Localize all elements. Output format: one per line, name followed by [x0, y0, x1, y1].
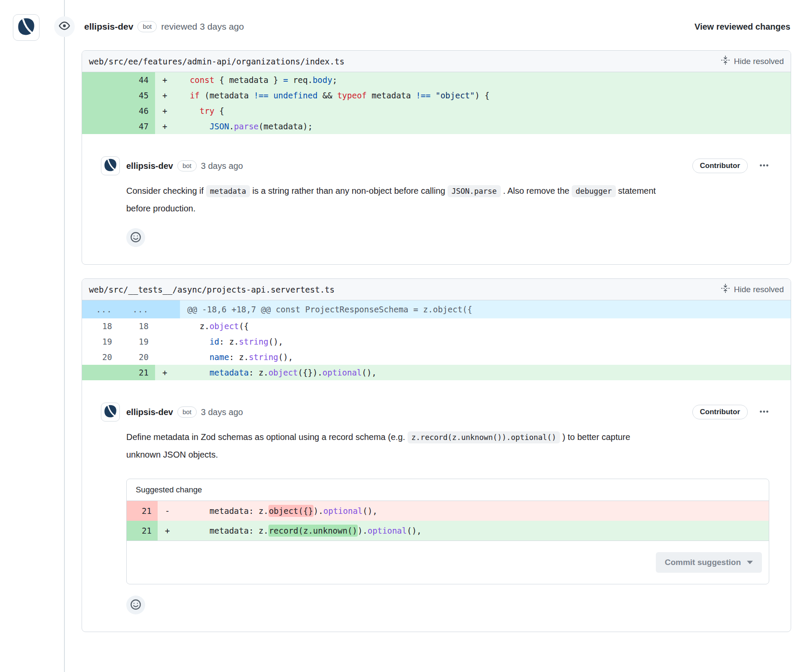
- code-token: parse: [234, 122, 259, 131]
- comment-header: ellipsis-dev bot 3 days ago Contributor: [101, 156, 769, 175]
- comment-header: ellipsis-dev bot 3 days ago Contributor: [101, 403, 769, 422]
- new-line-number: 45: [119, 88, 155, 103]
- hide-resolved-label: Hide resolved: [734, 57, 784, 66]
- suggestion-added-row: 21 + metadata: z.record(z.unknown()).opt…: [127, 521, 769, 541]
- code-token: object: [210, 321, 239, 331]
- code-token: {: [214, 106, 224, 116]
- code-token: ({}).: [298, 368, 323, 377]
- code-token: name: [210, 352, 229, 362]
- code-token: optional: [323, 368, 362, 377]
- comment-author[interactable]: ellipsis-dev: [126, 407, 173, 417]
- code-token: id: [210, 337, 219, 346]
- review-thread-card-1: web/src/ee/features/admin-api/organizati…: [82, 50, 791, 265]
- old-line-number: 20: [82, 349, 119, 365]
- code-token: [430, 91, 435, 100]
- new-line-number: 46: [119, 103, 155, 119]
- diff-row: 45 + if (metadata !== undefined && typeo…: [82, 88, 791, 103]
- code-token: JSON: [210, 122, 229, 131]
- view-reviewed-changes-link[interactable]: View reviewed changes: [694, 22, 790, 32]
- timeline-rail: [64, 0, 65, 672]
- hunk-ellipsis: ...: [119, 300, 155, 318]
- code-token: (),: [362, 368, 376, 377]
- inline-code: debugger: [572, 185, 615, 197]
- diff-row: 18 18 z.object({: [82, 318, 791, 334]
- diff-row: 21 + metadata: z.object({}).optional(),: [82, 365, 791, 380]
- reviewer-name[interactable]: ellipsis-dev: [84, 21, 133, 32]
- code-token: metadata: z.: [180, 506, 268, 516]
- comment-timestamp[interactable]: 3 days ago: [201, 161, 243, 171]
- hide-resolved-button[interactable]: Hide resolved: [721, 55, 784, 67]
- code-token: string: [239, 337, 268, 346]
- code-token: [180, 91, 190, 100]
- code-token: optional: [368, 526, 407, 535]
- code-token: try: [200, 106, 214, 116]
- smiley-icon: [130, 231, 142, 244]
- diff-row: 44 + const { metadata } = req.body;: [82, 72, 791, 88]
- code-token: (),: [407, 526, 421, 535]
- code-token: const: [190, 75, 214, 85]
- review-comment: ellipsis-dev bot 3 days ago Contributor …: [82, 134, 791, 264]
- comment-timestamp[interactable]: 3 days ago: [201, 407, 243, 417]
- code-token: [180, 337, 210, 346]
- hunk-gutter: ... ...: [82, 300, 180, 318]
- reviewer-avatar[interactable]: [13, 14, 40, 41]
- bot-badge: bot: [177, 160, 197, 171]
- bot-badge: bot: [177, 406, 197, 418]
- code-token: typeof: [337, 91, 367, 100]
- commit-suggestion-button[interactable]: Commit suggestion: [656, 552, 762, 573]
- code-token: !==: [416, 91, 430, 100]
- code-token: [180, 122, 210, 131]
- emoji-reaction-button[interactable]: [126, 228, 145, 247]
- hide-resolved-button[interactable]: Hide resolved: [721, 284, 784, 295]
- code-token: ).: [314, 506, 323, 516]
- comment-body: Define metadata in Zod schemas as option…: [126, 428, 769, 614]
- contributor-badge: Contributor: [692, 405, 748, 419]
- text-run: Define metadata in Zod schemas as option…: [126, 432, 408, 442]
- file-path[interactable]: web/src/ee/features/admin-api/organizati…: [89, 57, 344, 66]
- diff-table: 44 + const { metadata } = req.body; 45 +…: [82, 72, 791, 134]
- ellipsis-logo-icon: [103, 158, 118, 174]
- comment-author[interactable]: ellipsis-dev: [126, 161, 173, 171]
- code-token: "object": [436, 91, 475, 100]
- code-token: [180, 106, 200, 116]
- kebab-menu-button[interactable]: [759, 160, 769, 172]
- review-thread-card-2: web/src/__tests__/async/projects-api.ser…: [82, 278, 791, 632]
- hunk-ellipsis: ...: [82, 300, 119, 318]
- old-line-number: [82, 103, 119, 119]
- code-token: ).: [358, 526, 368, 535]
- code-token: ;: [332, 75, 337, 85]
- code-token: [268, 91, 273, 100]
- code-token: if: [190, 91, 200, 100]
- code-line: JSON.parse(metadata);: [180, 119, 791, 134]
- diff-sign: -: [158, 501, 180, 521]
- comment-avatar[interactable]: [101, 156, 120, 175]
- code-token: { metadata }: [214, 75, 283, 85]
- code-token: ) {: [475, 91, 489, 100]
- text-run: is a string rather than any non-object b…: [250, 186, 448, 195]
- eye-badge: [54, 16, 75, 37]
- review-action-text: reviewed 3 days ago: [161, 21, 244, 32]
- code-line: try {: [180, 103, 791, 119]
- kebab-menu-button[interactable]: [759, 406, 769, 418]
- comment-avatar[interactable]: [101, 403, 120, 422]
- comment-body: Consider checking if metadata is a strin…: [126, 182, 769, 247]
- code-token: (),: [278, 352, 293, 362]
- code-token: metadata: [367, 91, 416, 100]
- file-path[interactable]: web/src/__tests__/async/projects-api.ser…: [89, 285, 335, 294]
- code-token: metadata: z.: [180, 526, 268, 535]
- code-line: metadata: z.object({}).optional(),: [180, 501, 769, 521]
- old-line-number: 19: [82, 334, 119, 349]
- code-line: metadata: z.record(z.unknown()).optional…: [180, 521, 769, 541]
- code-token: req.: [288, 75, 313, 85]
- code-token: : z.: [229, 352, 249, 362]
- old-line-number: [82, 119, 119, 134]
- eye-icon: [59, 20, 70, 33]
- code-token: body: [313, 75, 332, 85]
- kebab-icon: [759, 160, 769, 172]
- hunk-header-row: ... ... @@ -18,6 +18,7 @@ const ProjectR…: [82, 300, 791, 318]
- emoji-reaction-button[interactable]: [126, 596, 145, 614]
- pr-review-page: ellipsis-dev bot reviewed 3 days ago Vie…: [0, 0, 798, 672]
- inline-code: z.record(z.unknown()).optional(): [408, 431, 560, 443]
- line-number: 21: [127, 521, 158, 541]
- diff-sign: +: [155, 365, 180, 380]
